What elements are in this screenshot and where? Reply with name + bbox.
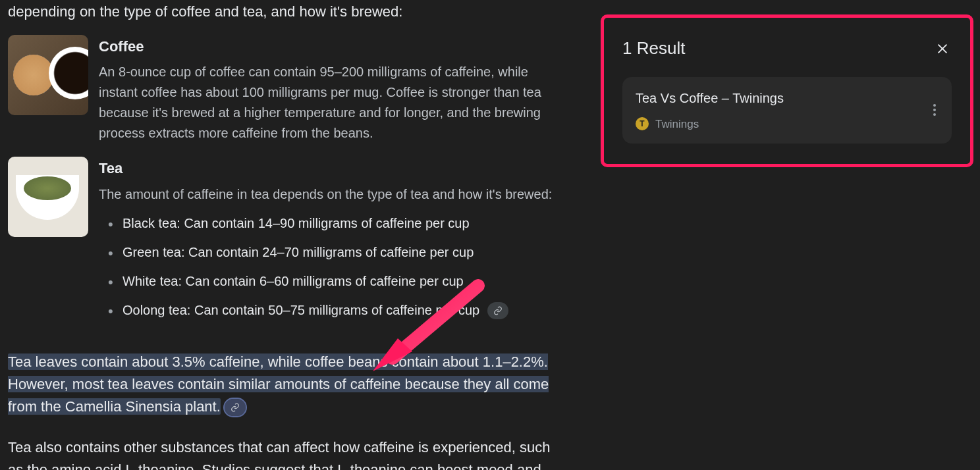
list-item: Oolong tea: Can contain 50–75 milligrams…	[99, 300, 565, 321]
source-link-icon[interactable]	[487, 302, 508, 319]
tea-section: Tea The amount of caffeine in tea depend…	[8, 157, 565, 328]
tea-list: Black tea: Can contain 14–90 milligrams …	[99, 213, 565, 321]
list-item: Green tea: Can contain 24–70 milligrams …	[99, 242, 565, 263]
source-name: Twinings	[655, 115, 699, 133]
highlighted-paragraph: Tea leaves contain about 3.5% caffeine, …	[8, 351, 565, 418]
tea-thumbnail	[8, 157, 88, 237]
close-icon[interactable]	[933, 39, 952, 58]
results-panel: 1 Result Tea Vs Coffee – Twinings T Twin…	[601, 14, 973, 167]
tea-heading: Tea	[99, 157, 565, 180]
list-item-text: Oolong tea: Can contain 50–75 milligrams…	[122, 303, 479, 317]
main-article: depending on the type of coffee and tea,…	[0, 0, 573, 470]
followup-paragraph: Tea also contains other substances that …	[8, 436, 565, 470]
list-item: White tea: Can contain 6–60 milligrams o…	[99, 271, 565, 292]
results-count: 1 Result	[622, 35, 685, 63]
coffee-thumbnail	[8, 35, 88, 115]
coffee-description: An 8-ounce cup of coffee can contain 95–…	[99, 62, 565, 144]
highlighted-text: Tea leaves contain about 3.5% caffeine, …	[8, 353, 549, 415]
more-options-icon[interactable]	[927, 102, 942, 118]
intro-fragment: depending on the type of coffee and tea,…	[8, 0, 565, 23]
result-title: Tea Vs Coffee – Twinings	[636, 88, 939, 109]
coffee-heading: Coffee	[99, 35, 565, 58]
favicon-icon: T	[636, 117, 649, 130]
tea-description: The amount of caffeine in tea depends on…	[99, 184, 565, 205]
source-link-icon[interactable]	[225, 399, 246, 416]
coffee-section: Coffee An 8-ounce cup of coffee can cont…	[8, 35, 565, 144]
list-item: Black tea: Can contain 14–90 milligrams …	[99, 213, 565, 234]
result-card[interactable]: Tea Vs Coffee – Twinings T Twinings	[622, 77, 952, 144]
result-source: T Twinings	[636, 115, 939, 133]
